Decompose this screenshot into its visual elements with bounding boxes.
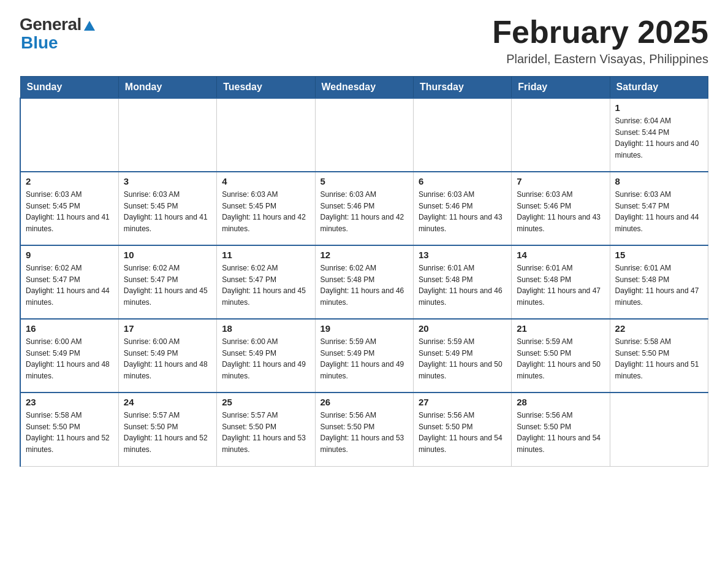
day-cell-12: 12Sunrise: 6:02 AMSunset: 5:48 PMDayligh…: [315, 245, 413, 319]
day-info: Sunrise: 6:03 AMSunset: 5:45 PMDaylight:…: [26, 189, 113, 234]
day-number: 14: [517, 250, 604, 260]
day-number: 7: [517, 176, 604, 186]
page-title: February 2025: [492, 15, 708, 50]
day-cell-16: 16Sunrise: 6:00 AMSunset: 5:49 PMDayligh…: [20, 319, 118, 393]
day-info: Sunrise: 6:03 AMSunset: 5:46 PMDaylight:…: [517, 189, 604, 234]
day-of-week-tuesday: Tuesday: [217, 77, 315, 99]
day-info: Sunrise: 6:00 AMSunset: 5:49 PMDaylight:…: [124, 336, 211, 381]
day-cell-22: 22Sunrise: 5:58 AMSunset: 5:50 PMDayligh…: [610, 319, 708, 393]
title-block: February 2025 Plaridel, Eastern Visayas,…: [492, 15, 708, 66]
day-number: 1: [615, 102, 703, 113]
day-info: Sunrise: 6:01 AMSunset: 5:48 PMDaylight:…: [517, 262, 604, 308]
day-cell-9: 9Sunrise: 6:02 AMSunset: 5:47 PMDaylight…: [20, 245, 118, 319]
day-cell-21: 21Sunrise: 5:59 AMSunset: 5:50 PMDayligh…: [512, 319, 610, 393]
day-cell-17: 17Sunrise: 6:00 AMSunset: 5:49 PMDayligh…: [118, 319, 216, 393]
day-cell-23: 23Sunrise: 5:58 AMSunset: 5:50 PMDayligh…: [20, 393, 118, 466]
empty-cell: [20, 98, 118, 172]
page-subtitle: Plaridel, Eastern Visayas, Philippines: [492, 52, 708, 66]
day-of-week-friday: Friday: [512, 77, 610, 99]
day-number: 12: [320, 250, 408, 260]
day-info: Sunrise: 6:00 AMSunset: 5:49 PMDaylight:…: [222, 336, 309, 381]
week-row-3: 9Sunrise: 6:02 AMSunset: 5:47 PMDaylight…: [20, 245, 708, 319]
day-number: 26: [320, 397, 408, 407]
day-info: Sunrise: 5:59 AMSunset: 5:49 PMDaylight:…: [419, 336, 506, 381]
empty-cell: [413, 98, 511, 172]
day-cell-1: 1Sunrise: 6:04 AMSunset: 5:44 PMDaylight…: [610, 98, 708, 172]
day-info: Sunrise: 6:02 AMSunset: 5:47 PMDaylight:…: [26, 262, 113, 308]
day-of-week-sunday: Sunday: [20, 77, 118, 99]
day-number: 15: [615, 250, 703, 260]
day-info: Sunrise: 6:04 AMSunset: 5:44 PMDaylight:…: [615, 115, 703, 161]
day-cell-24: 24Sunrise: 5:57 AMSunset: 5:50 PMDayligh…: [118, 393, 216, 466]
week-row-2: 2Sunrise: 6:03 AMSunset: 5:45 PMDaylight…: [20, 172, 708, 245]
day-cell-15: 15Sunrise: 6:01 AMSunset: 5:48 PMDayligh…: [610, 245, 708, 319]
day-number: 13: [419, 250, 506, 260]
day-number: 5: [320, 176, 408, 186]
day-of-week-thursday: Thursday: [413, 77, 511, 99]
day-info: Sunrise: 5:57 AMSunset: 5:50 PMDaylight:…: [124, 410, 211, 455]
day-number: 2: [26, 176, 113, 186]
day-number: 28: [517, 397, 604, 407]
day-cell-19: 19Sunrise: 5:59 AMSunset: 5:49 PMDayligh…: [315, 319, 413, 393]
day-number: 6: [419, 176, 506, 186]
day-number: 20: [419, 323, 506, 334]
day-of-week-wednesday: Wednesday: [315, 77, 413, 99]
day-cell-26: 26Sunrise: 5:56 AMSunset: 5:50 PMDayligh…: [315, 393, 413, 466]
logo-blue-text: Blue: [21, 33, 58, 53]
day-cell-11: 11Sunrise: 6:02 AMSunset: 5:47 PMDayligh…: [217, 245, 315, 319]
day-info: Sunrise: 6:01 AMSunset: 5:48 PMDaylight:…: [419, 262, 506, 308]
day-cell-10: 10Sunrise: 6:02 AMSunset: 5:47 PMDayligh…: [118, 245, 216, 319]
day-cell-25: 25Sunrise: 5:57 AMSunset: 5:50 PMDayligh…: [217, 393, 315, 466]
day-number: 3: [124, 176, 211, 186]
day-of-week-monday: Monday: [118, 77, 216, 99]
day-cell-14: 14Sunrise: 6:01 AMSunset: 5:48 PMDayligh…: [512, 245, 610, 319]
day-cell-3: 3Sunrise: 6:03 AMSunset: 5:45 PMDaylight…: [118, 172, 216, 245]
empty-cell: [118, 98, 216, 172]
day-info: Sunrise: 5:58 AMSunset: 5:50 PMDaylight:…: [615, 336, 703, 381]
day-cell-8: 8Sunrise: 6:03 AMSunset: 5:47 PMDaylight…: [610, 172, 708, 245]
day-number: 27: [419, 397, 506, 407]
logo-general-text: General: [20, 15, 82, 34]
day-info: Sunrise: 5:56 AMSunset: 5:50 PMDaylight:…: [419, 410, 506, 455]
day-cell-4: 4Sunrise: 6:03 AMSunset: 5:45 PMDaylight…: [217, 172, 315, 245]
day-info: Sunrise: 5:59 AMSunset: 5:50 PMDaylight:…: [517, 336, 604, 381]
day-number: 11: [222, 250, 309, 260]
day-info: Sunrise: 6:03 AMSunset: 5:47 PMDaylight:…: [615, 189, 703, 234]
calendar-table: SundayMondayTuesdayWednesdayThursdayFrid…: [20, 76, 708, 467]
day-number: 4: [222, 176, 309, 186]
day-number: 21: [517, 323, 604, 334]
day-info: Sunrise: 6:02 AMSunset: 5:47 PMDaylight:…: [124, 262, 211, 308]
week-row-4: 16Sunrise: 6:00 AMSunset: 5:49 PMDayligh…: [20, 319, 708, 393]
day-info: Sunrise: 5:59 AMSunset: 5:49 PMDaylight:…: [320, 336, 408, 381]
week-row-1: 1Sunrise: 6:04 AMSunset: 5:44 PMDaylight…: [20, 98, 708, 172]
day-number: 10: [124, 250, 211, 260]
day-number: 8: [615, 176, 703, 186]
day-number: 25: [222, 397, 309, 407]
empty-cell: [610, 393, 708, 466]
day-number: 17: [124, 323, 211, 334]
day-info: Sunrise: 6:03 AMSunset: 5:46 PMDaylight:…: [419, 189, 506, 234]
day-info: Sunrise: 6:00 AMSunset: 5:49 PMDaylight:…: [26, 336, 113, 381]
day-cell-13: 13Sunrise: 6:01 AMSunset: 5:48 PMDayligh…: [413, 245, 511, 319]
day-info: Sunrise: 5:58 AMSunset: 5:50 PMDaylight:…: [26, 410, 113, 455]
day-number: 16: [26, 323, 113, 334]
day-number: 9: [26, 250, 113, 260]
empty-cell: [315, 98, 413, 172]
day-cell-5: 5Sunrise: 6:03 AMSunset: 5:46 PMDaylight…: [315, 172, 413, 245]
day-cell-28: 28Sunrise: 5:56 AMSunset: 5:50 PMDayligh…: [512, 393, 610, 466]
day-info: Sunrise: 6:02 AMSunset: 5:48 PMDaylight:…: [320, 262, 408, 308]
day-cell-27: 27Sunrise: 5:56 AMSunset: 5:50 PMDayligh…: [413, 393, 511, 466]
empty-cell: [217, 98, 315, 172]
page-header: General Blue February 2025 Plaridel, Eas…: [20, 15, 708, 66]
week-row-5: 23Sunrise: 5:58 AMSunset: 5:50 PMDayligh…: [20, 393, 708, 466]
day-cell-7: 7Sunrise: 6:03 AMSunset: 5:46 PMDaylight…: [512, 172, 610, 245]
day-number: 23: [26, 397, 113, 407]
day-info: Sunrise: 6:03 AMSunset: 5:46 PMDaylight:…: [320, 189, 408, 234]
day-number: 22: [615, 323, 703, 334]
day-info: Sunrise: 6:03 AMSunset: 5:45 PMDaylight:…: [124, 189, 211, 234]
day-cell-20: 20Sunrise: 5:59 AMSunset: 5:49 PMDayligh…: [413, 319, 511, 393]
day-of-week-saturday: Saturday: [610, 77, 708, 99]
logo: General Blue: [20, 15, 95, 53]
day-info: Sunrise: 6:02 AMSunset: 5:47 PMDaylight:…: [222, 262, 309, 308]
day-cell-2: 2Sunrise: 6:03 AMSunset: 5:45 PMDaylight…: [20, 172, 118, 245]
